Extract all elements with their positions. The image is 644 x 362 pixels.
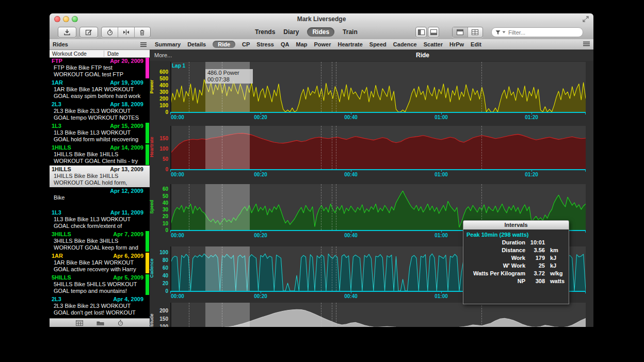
x-axis: 00:0000:2000:4001:0001:20 (170, 169, 586, 178)
ride-code: 1L3 (52, 123, 61, 129)
stopwatch-button[interactable] (102, 27, 118, 37)
y-axis-tick-label: 100 (151, 250, 168, 255)
y-axis-tick-label: 10 (151, 221, 168, 226)
sidebar: Rides Workout Code Date FTPApr 20, 2009F… (50, 39, 150, 327)
chart-heartrate-plot[interactable] (170, 126, 586, 169)
ride-code: 1AR (52, 253, 63, 259)
trash-icon (139, 29, 145, 36)
interval-metric-unit (545, 239, 550, 246)
tab-cadence[interactable]: Cadence (393, 41, 417, 47)
close-button[interactable] (54, 16, 60, 22)
column-workout-code[interactable]: Workout Code (50, 51, 104, 57)
interval-metric-value: 179 (525, 254, 545, 262)
tab-trends[interactable]: Trends (255, 28, 275, 36)
view-single-icon (457, 29, 463, 35)
interval-metric-unit: kJ (545, 262, 556, 270)
tab-cp[interactable]: CP (242, 41, 250, 47)
selection-region[interactable] (205, 184, 250, 230)
sidebar-column-header[interactable]: Workout Code Date (50, 50, 150, 58)
ride-list-item[interactable]: 1HILLSApr 14, 20091HILLS Bike Bike 1HILL… (50, 144, 150, 166)
tab-ride[interactable]: Ride (213, 41, 235, 48)
tab-hrpw[interactable]: HrPw (449, 41, 464, 47)
stopwatch-icon[interactable] (118, 320, 123, 326)
ride-description: Bike (54, 194, 143, 208)
lap-marker-line (481, 303, 482, 327)
y-axis-tick-label: 60 (151, 186, 168, 192)
tab-qa[interactable]: QA (281, 41, 289, 47)
ride-list-item[interactable]: 2L3Apr 18, 20092L3 Bike Bike 2L3 WORKOUT… (50, 101, 150, 122)
lap-marker-line (189, 184, 189, 230)
ride-description: 2L3 Bike Bike 2L3 WORKOUT GOAL tempo WOR… (54, 108, 143, 121)
chart-altitude-plot[interactable] (170, 303, 586, 327)
interval-metric-value: 3.56 (525, 246, 545, 254)
tab-details[interactable]: Details (187, 41, 206, 47)
ride-description: 5HILLS Bike 5HILLS WORKOUT GOAL tempo an… (54, 281, 143, 294)
toggle-bottombar-button[interactable] (428, 27, 439, 38)
chart-menu-icon[interactable] (583, 41, 590, 46)
zoom-button[interactable] (72, 16, 78, 22)
tab-rides[interactable]: Rides (307, 27, 334, 37)
ride-date: Apr 7, 2009 (113, 231, 143, 238)
y-axis-title: Heartrate (149, 137, 154, 157)
x-axis-label: 00:00 (171, 172, 184, 177)
intervals-popup-titlebar[interactable]: Intervals (463, 220, 569, 230)
ride-description: 1HILLS Bike Bike 1HILLS WORKOUT GOAL hol… (54, 173, 143, 186)
ride-item-header: 2L3Apr 18, 2009 (52, 101, 150, 108)
ride-list-item[interactable]: 1ARApr 6, 20091AR Bike Bike 1AR WORKOUT … (50, 252, 150, 274)
calendar-icon[interactable] (76, 320, 83, 326)
filter-input[interactable] (507, 29, 566, 36)
ride-list-item[interactable]: FTPApr 20, 2009FTP Bike Bike FTP test WO… (50, 57, 150, 79)
folder-icon[interactable] (96, 320, 104, 326)
ride-list-item[interactable]: 1ARApr 19, 20091AR Bike Bike 1AR WORKOUT… (50, 79, 150, 101)
fullscreen-icon[interactable] (582, 15, 589, 23)
selection-region[interactable] (205, 126, 250, 169)
more-bar: More... Ride (150, 50, 593, 61)
ride-list-item[interactable]: 3HILLSApr 7, 20093HILLS Bike Bike 3HILLS… (50, 231, 150, 252)
interval-metric-label: NP (463, 277, 525, 285)
power-tooltip: 486.0 Power 00:07:38 (205, 69, 253, 84)
column-date[interactable]: Date (104, 51, 119, 57)
tab-summary[interactable]: Summary (155, 41, 181, 47)
lap-marker-line (189, 246, 189, 291)
ride-list-item[interactable]: 1L3Apr 11, 20091L3 Bike Bike 1L3 WORKOUT… (50, 209, 150, 231)
filter-field[interactable] (491, 27, 583, 37)
selection-region[interactable] (205, 303, 250, 327)
tab-diary[interactable]: Diary (283, 28, 299, 36)
more-button[interactable]: More... (154, 50, 172, 61)
split-button[interactable] (118, 27, 134, 37)
tab-train[interactable]: Train (343, 28, 358, 36)
ride-color-bar (146, 231, 149, 252)
ride-list-item[interactable]: 2L3Apr 4, 20092L3 Bike Bike 2L3 WORKOUT … (50, 295, 150, 317)
edit-button[interactable] (79, 27, 98, 38)
interval-row: NP308watts (463, 277, 569, 285)
delete-button[interactable] (134, 27, 150, 37)
tab-power[interactable]: Power (314, 41, 331, 47)
ride-list-item[interactable]: 1HILLSApr 13, 20091HILLS Bike Bike 1HILL… (50, 166, 150, 187)
chevron-down-icon (502, 31, 506, 34)
sidebar-title: Rides (53, 41, 68, 47)
ride-list-item[interactable]: 1L3Apr 15, 20091L3 Bike Bike 1L3 WORKOUT… (50, 122, 150, 144)
tab-edit[interactable]: Edit (471, 41, 481, 47)
selection-region[interactable] (205, 246, 250, 291)
tab-map[interactable]: Map (296, 41, 307, 47)
minimize-button[interactable] (63, 16, 69, 22)
ride-list-item[interactable]: 5HILLSApr 5, 20095HILLS Bike 5HILLS WORK… (50, 274, 150, 295)
tab-stress[interactable]: Stress (256, 41, 274, 47)
y-axis-spine (170, 246, 171, 291)
tab-scatter[interactable]: Scatter (424, 41, 443, 47)
tab-speed[interactable]: Speed (369, 41, 387, 47)
x-axis-label: 01:00 (434, 172, 448, 177)
ride-list-item[interactable]: Apr 12, 2009Bike (50, 187, 150, 209)
ride-description: 1AR Bike Bike 1AR WORKOUT GOAL easy spim… (54, 86, 143, 100)
x-axis-label: 00:00 (171, 293, 184, 299)
toggle-sidebar-button[interactable] (415, 27, 427, 38)
tab-heartrate[interactable]: Heartrate (338, 41, 363, 47)
ride-date: Apr 20, 2009 (110, 58, 143, 64)
view-single-button[interactable] (453, 27, 468, 37)
sidebar-menu-icon[interactable] (140, 42, 147, 47)
y-axis-tick-label: 100 (151, 103, 168, 108)
view-tiled-button[interactable] (468, 27, 482, 37)
stopwatch-icon (107, 29, 113, 36)
interval-metric-value: 308 (525, 277, 545, 285)
download-button[interactable] (58, 27, 76, 38)
